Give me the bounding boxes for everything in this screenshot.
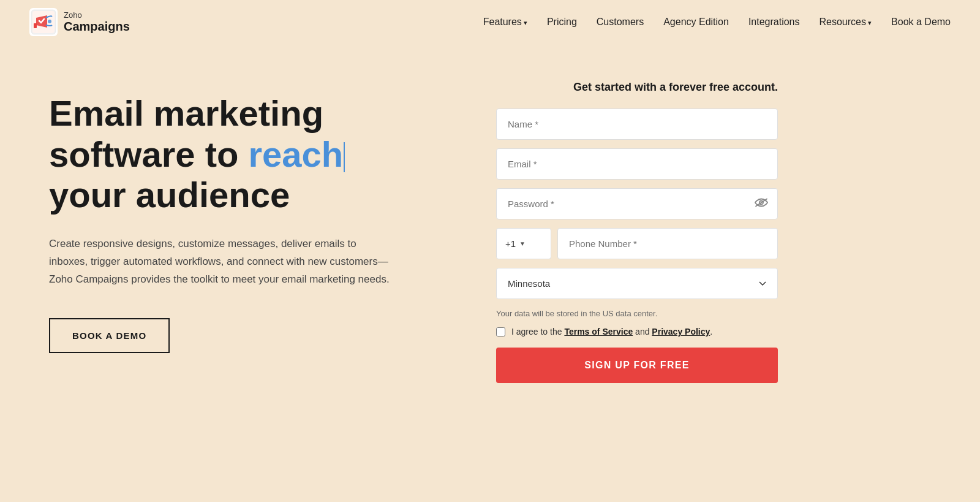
form-heading: Get started with a forever free account. [496, 81, 778, 94]
nav-item-customers[interactable]: Customers [597, 17, 644, 28]
nav-item-features[interactable]: Features [483, 17, 527, 28]
nav-resources-link[interactable]: Resources [820, 17, 872, 27]
terms-of-service-link[interactable]: Terms of Service [564, 327, 633, 337]
nav-item-integrations[interactable]: Integrations [748, 17, 800, 28]
hero-section: Email marketing software to reach your a… [49, 81, 447, 353]
phone-row: +1 ▼ [496, 228, 778, 259]
nav-integrations-link[interactable]: Integrations [748, 17, 800, 27]
nav-book-demo-link[interactable]: Book a Demo [891, 17, 951, 27]
headline-line2: software to reach [49, 134, 345, 174]
privacy-policy-link[interactable]: Privacy Policy [652, 327, 710, 337]
book-demo-button[interactable]: BOOK A DEMO [49, 318, 170, 353]
zoho-campaigns-logo-icon [29, 8, 58, 36]
toggle-password-icon[interactable] [755, 197, 768, 210]
main-content: Email marketing software to reach your a… [0, 44, 980, 408]
navbar: Zoho Campaigns Features Pricing Customer… [0, 0, 980, 44]
password-wrapper [496, 188, 778, 219]
svg-rect-3 [34, 23, 37, 28]
logo[interactable]: Zoho Campaigns [29, 8, 130, 36]
nav-item-pricing[interactable]: Pricing [547, 17, 577, 28]
country-code-selector[interactable]: +1 ▼ [496, 228, 551, 259]
nav-features-link[interactable]: Features [483, 17, 527, 27]
headline-highlight-word: reach [249, 134, 344, 174]
hero-subtext: Create responsive designs, customize mes… [49, 235, 392, 289]
terms-text: I agree to the Terms of Service and Priv… [511, 327, 712, 337]
hero-headline: Email marketing software to reach your a… [49, 93, 447, 216]
country-code-value: +1 [505, 238, 516, 249]
nav-customers-link[interactable]: Customers [597, 17, 644, 27]
nav-agency-link[interactable]: Agency Edition [663, 17, 729, 27]
name-input[interactable] [496, 108, 778, 140]
signup-form: +1 ▼ Minnesota Alabama Alaska California… [496, 108, 778, 383]
terms-and-text: and [633, 327, 652, 337]
email-input[interactable] [496, 148, 778, 180]
terms-agree-text: I agree to the [511, 327, 564, 337]
phone-input[interactable] [557, 228, 778, 259]
signup-button[interactable]: SIGN UP FOR FREE [496, 348, 778, 383]
terms-row: I agree to the Terms of Service and Priv… [496, 327, 778, 337]
terms-checkbox[interactable] [496, 327, 505, 337]
nav-links: Features Pricing Customers Agency Editio… [483, 17, 951, 28]
terms-period: . [710, 327, 712, 337]
nav-item-resources[interactable]: Resources [820, 17, 872, 28]
country-code-chevron-icon: ▼ [519, 240, 526, 247]
state-select[interactable]: Minnesota Alabama Alaska California New … [496, 268, 778, 299]
data-storage-note: Your data will be stored in the US data … [496, 309, 778, 318]
logo-zoho-text: Zoho [64, 11, 130, 20]
text-cursor [344, 142, 345, 172]
nav-item-book-demo[interactable]: Book a Demo [891, 17, 951, 28]
svg-point-4 [48, 20, 51, 23]
headline-line1: Email marketing [49, 93, 323, 133]
nav-item-agency[interactable]: Agency Edition [663, 17, 729, 28]
headline-line3: your audience [49, 175, 290, 215]
password-input[interactable] [496, 188, 778, 219]
logo-campaigns-text: Campaigns [64, 20, 130, 33]
nav-pricing-link[interactable]: Pricing [547, 17, 577, 27]
signup-form-section: Get started with a forever free account.… [496, 81, 778, 383]
